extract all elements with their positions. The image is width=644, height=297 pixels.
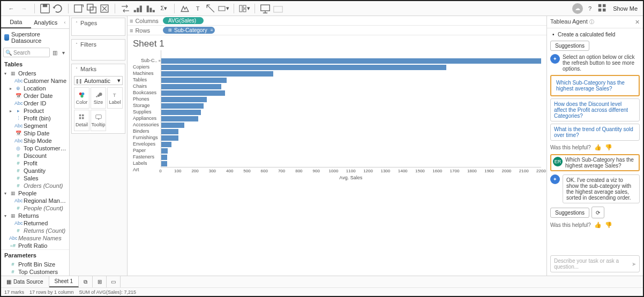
pages-shelf[interactable]: ˄Pages [72, 18, 125, 28]
dashboard-icon[interactable]: ▾ [238, 3, 250, 14]
field-regional-manager[interactable]: ▸AbcRegional Manager [1, 197, 69, 204]
field-discount[interactable]: ▸#Discount [1, 152, 69, 159]
thumbs-up-icon[interactable]: 👍 [594, 144, 602, 151]
sheet-title[interactable]: Sheet 1 [128, 35, 546, 50]
tab-analytics[interactable]: Analytics [31, 16, 61, 28]
y-label[interactable]: Storage [133, 102, 161, 109]
close-icon[interactable]: ✕ [635, 19, 640, 26]
tab-data[interactable]: Data [1, 16, 31, 28]
clear-icon[interactable] [99, 3, 110, 14]
guide-icon[interactable]: ? [584, 3, 596, 14]
columns-pill[interactable]: AVG(Sales) [163, 17, 204, 24]
suggestions-button-2[interactable]: Suggestions [550, 208, 589, 218]
field-orders-count-[interactable]: ▸#Orders (Count) [1, 182, 69, 189]
field-segment[interactable]: ▸AbcSegment [1, 122, 69, 130]
datasource-tab[interactable]: ▦Data Source [1, 276, 49, 287]
duplicate-icon[interactable] [86, 3, 98, 14]
y-axis-header[interactable]: Sub-C..≡ [141, 58, 161, 64]
mark-type-select[interactable]: ⫿⫿Automatic▾ [74, 76, 123, 85]
bar[interactable] [161, 110, 201, 115]
y-label[interactable]: Chairs [133, 83, 161, 89]
thumbs-up-icon-2[interactable]: 👍 [594, 222, 602, 229]
suggestion-3[interactable]: What is the trend of Quantity sold over … [550, 124, 640, 141]
suggestion-2[interactable]: How does the Discount level affect the P… [550, 98, 640, 121]
bar[interactable] [161, 58, 541, 64]
mark-size[interactable]: Size [91, 87, 106, 109]
cloud-icon[interactable]: ☁ [572, 3, 583, 14]
field-customer-name[interactable]: ▸AbcCustomer Name [1, 77, 69, 85]
field-sales[interactable]: ▸#Sales [1, 174, 69, 182]
bar[interactable] [161, 97, 207, 102]
refresh-button[interactable]: ⟳ [591, 207, 604, 218]
bar[interactable] [161, 71, 274, 77]
y-label[interactable]: Binders [133, 128, 161, 134]
field-profit[interactable]: ▸#Profit [1, 159, 69, 167]
mark-tooltip[interactable]: Tooltip [91, 110, 106, 131]
field-order-id[interactable]: ▸AbcOrder ID [1, 100, 69, 107]
field-returns-count-[interactable]: ▸#Returns (Count) [1, 227, 69, 234]
field-measure-names[interactable]: ▸AbcMeasure Names [1, 234, 69, 242]
highlight-icon[interactable] [179, 3, 191, 14]
bar[interactable] [161, 129, 178, 134]
save-icon[interactable] [39, 3, 51, 14]
mark-detail[interactable]: Detail [74, 110, 89, 131]
y-label[interactable]: Tables [133, 77, 161, 83]
send-icon[interactable]: ➤ [632, 261, 636, 267]
datasource-row[interactable]: Superstore Datasource [1, 29, 69, 46]
agent-calc-link[interactable]: Create a calculated field [550, 32, 640, 37]
sort-asc-icon[interactable] [132, 3, 144, 14]
view-options-icon[interactable]: ▥ [51, 49, 58, 56]
swap-icon[interactable] [119, 3, 131, 14]
y-label[interactable]: Art [133, 166, 161, 173]
sheet1-tab[interactable]: Sheet 1 [49, 276, 79, 287]
cards-icon[interactable] [597, 3, 609, 14]
search-menu-icon[interactable]: ▾ [59, 49, 67, 56]
y-label[interactable]: Machines [133, 70, 161, 77]
y-label[interactable]: Appliances [133, 115, 161, 121]
suggestions-button[interactable]: Suggestions [550, 41, 589, 51]
back-icon[interactable]: ← [5, 3, 17, 14]
field-people-count-[interactable]: ▸#People (Count) [1, 204, 69, 212]
labels-icon[interactable]: T [192, 3, 204, 14]
bar[interactable] [161, 123, 185, 128]
mark-label[interactable]: TLabel [107, 87, 123, 109]
y-label[interactable]: Envelopes [133, 141, 161, 147]
bar[interactable] [161, 161, 167, 166]
bar[interactable] [161, 135, 178, 141]
marks-shelf[interactable]: ˄Marks [72, 64, 125, 74]
thumbs-down-icon[interactable]: 👎 [605, 144, 612, 151]
bar[interactable] [161, 103, 204, 109]
suggestion-1[interactable]: Which Sub-Category has the highest avera… [553, 78, 637, 94]
y-label[interactable]: Paper [133, 147, 161, 154]
y-label[interactable]: Labels [133, 160, 161, 166]
y-label[interactable]: Fasteners [133, 154, 161, 160]
field-top-customers-by-p-[interactable]: ▸◎Top Customers by P... [1, 144, 69, 152]
info-icon[interactable]: ⓘ [589, 19, 594, 25]
bar[interactable] [161, 90, 225, 96]
new-dashboard-icon[interactable]: ⊞ [93, 276, 107, 287]
agent-input[interactable]: Describe your task or ask a question... … [550, 255, 640, 272]
bar[interactable] [161, 78, 227, 83]
field-ship-mode[interactable]: ▸AbcShip Mode [1, 137, 69, 144]
field-returned[interactable]: ▸AbcReturned [1, 219, 69, 227]
share-icon[interactable] [272, 3, 284, 14]
param-top-customers[interactable]: ▸#Top Customers [1, 268, 69, 276]
sort-desc-icon[interactable] [145, 3, 157, 14]
field-product[interactable]: ▸▸Product [1, 107, 69, 115]
y-label[interactable]: Bookcases [133, 89, 161, 96]
filters-shelf[interactable]: ˄Filters [72, 40, 125, 49]
field-profit-bin-[interactable]: ▸⋮Profit (bin) [1, 115, 69, 122]
presentation-icon[interactable] [259, 3, 271, 14]
y-label[interactable]: Accessories [133, 121, 161, 128]
y-label[interactable]: Furnishings [133, 134, 161, 141]
bar[interactable] [161, 148, 168, 154]
thumbs-down-icon-2[interactable]: 👎 [605, 222, 612, 229]
totals-icon[interactable]: Σ▾ [158, 3, 170, 14]
table-orders[interactable]: ▾▦Orders [1, 70, 69, 77]
new-sheet-icon[interactable]: ⧉ [79, 276, 93, 287]
field-location[interactable]: ▸⊕Location [1, 85, 69, 92]
y-label[interactable]: Phones [133, 96, 161, 102]
field-profit-ratio[interactable]: ▸=#Profit Ratio [1, 242, 69, 249]
field-search-input[interactable]: 🔍 Search [3, 48, 50, 57]
new-ws-icon[interactable] [73, 3, 85, 14]
